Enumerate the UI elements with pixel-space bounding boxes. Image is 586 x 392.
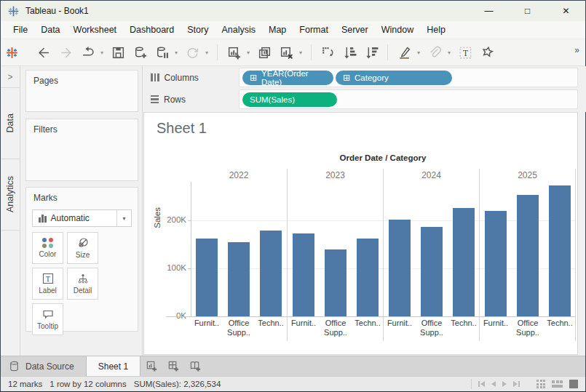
bar-2023-furniture[interactable] bbox=[293, 233, 314, 316]
category-tick-label[interactable]: OfficeSupp.. bbox=[416, 319, 448, 337]
first-page-icon[interactable] bbox=[478, 381, 485, 387]
menu-data[interactable]: Data bbox=[34, 21, 66, 39]
bar-2022-office-supplies[interactable] bbox=[228, 242, 250, 316]
sheet-title[interactable]: Sheet 1 bbox=[157, 120, 207, 137]
presentation-pin-icon[interactable] bbox=[478, 42, 496, 63]
previous-page-icon[interactable] bbox=[491, 381, 496, 387]
highlight-caret-icon[interactable]: ▾ bbox=[415, 49, 422, 56]
menu-window[interactable]: Window bbox=[375, 21, 420, 39]
category-tick-label[interactable]: Furnit.. bbox=[288, 319, 320, 328]
filmstrip-view-icon[interactable] bbox=[552, 380, 563, 388]
undo-icon[interactable] bbox=[34, 42, 53, 63]
bar-2024-technology[interactable] bbox=[453, 208, 475, 316]
clear-sheet-icon[interactable] bbox=[277, 42, 296, 63]
highlight-icon[interactable] bbox=[395, 42, 413, 63]
new-data-source-icon[interactable] bbox=[130, 42, 149, 63]
menu-worksheet[interactable]: Worksheet bbox=[67, 21, 124, 39]
pages-shelf[interactable]: Pages bbox=[25, 70, 138, 112]
close-icon[interactable]: ✕ bbox=[547, 1, 585, 21]
clear-sheet-caret-icon[interactable]: ▾ bbox=[297, 49, 304, 56]
filters-shelf[interactable]: Filters bbox=[25, 119, 138, 181]
pill-category[interactable]: ⊞ Category bbox=[336, 71, 452, 85]
category-tick-label[interactable]: OfficeSupp.. bbox=[320, 319, 352, 337]
category-tick-label[interactable]: Techn.. bbox=[352, 319, 384, 328]
sheet-sorter-icon[interactable] bbox=[536, 380, 545, 388]
label-button[interactable]: T Label bbox=[32, 268, 63, 300]
bar-2022-technology[interactable] bbox=[260, 231, 282, 316]
duplicate-sheet-icon[interactable] bbox=[255, 42, 274, 63]
next-page-icon[interactable] bbox=[502, 381, 507, 387]
new-dashboard-tab-icon[interactable] bbox=[162, 356, 184, 376]
show-mark-labels-icon[interactable]: T bbox=[456, 42, 475, 63]
new-worksheet-caret-icon[interactable]: ▾ bbox=[245, 49, 252, 56]
menu-file[interactable]: File bbox=[7, 21, 34, 39]
tab-data-source[interactable]: Data Source bbox=[1, 356, 86, 376]
category-tick-label[interactable]: Furnit.. bbox=[480, 319, 512, 328]
year-header-label[interactable]: 2025 bbox=[480, 170, 575, 180]
tooltip-button[interactable]: Tooltip bbox=[32, 303, 63, 335]
category-tick-label[interactable]: OfficeSupp.. bbox=[512, 319, 544, 337]
minimize-icon[interactable]: — bbox=[470, 1, 508, 21]
category-tick-label[interactable]: Furnit.. bbox=[384, 319, 416, 328]
category-tick-label[interactable]: Techn.. bbox=[255, 319, 287, 328]
new-story-tab-icon[interactable] bbox=[184, 356, 206, 376]
rows-shelf[interactable]: SUM(Sales) bbox=[239, 89, 578, 109]
bar-2023-office-supplies[interactable] bbox=[325, 249, 347, 316]
menu-story[interactable]: Story bbox=[181, 21, 215, 39]
show-tabs-icon[interactable] bbox=[569, 380, 578, 388]
bar-2025-office-supplies[interactable] bbox=[517, 195, 539, 316]
sort-descending-icon[interactable] bbox=[362, 42, 381, 63]
maximize-icon[interactable]: □ bbox=[508, 1, 547, 21]
new-worksheet-tab-icon[interactable] bbox=[140, 356, 162, 376]
redo-icon[interactable] bbox=[56, 42, 75, 63]
swap-rows-columns-icon[interactable] bbox=[318, 42, 337, 63]
bar-2025-technology[interactable] bbox=[549, 185, 571, 316]
save-icon[interactable] bbox=[108, 42, 127, 63]
category-tick-label[interactable]: Techn.. bbox=[544, 319, 576, 328]
expand-plus-icon[interactable]: ⊞ bbox=[343, 73, 350, 83]
pause-caret-icon[interactable]: ▾ bbox=[173, 49, 180, 56]
category-tick-label[interactable]: OfficeSupp.. bbox=[223, 319, 255, 337]
tab-analytics[interactable]: Analytics bbox=[1, 159, 20, 231]
expand-plus-icon[interactable]: ⊞ bbox=[250, 73, 257, 83]
new-worksheet-icon[interactable] bbox=[224, 42, 243, 63]
bar-chart-icon bbox=[39, 215, 47, 223]
category-tick-label[interactable]: Techn.. bbox=[448, 319, 480, 328]
toolbar-overflow-icon[interactable]: » bbox=[574, 45, 579, 55]
last-page-icon[interactable] bbox=[513, 381, 520, 387]
replay-icon[interactable] bbox=[78, 42, 97, 63]
menu-map[interactable]: Map bbox=[262, 21, 293, 39]
size-button[interactable]: Size bbox=[67, 232, 98, 264]
menu-server[interactable]: Server bbox=[335, 21, 375, 39]
color-button[interactable]: Color bbox=[32, 232, 63, 264]
tableau-toolbar-logo-icon[interactable] bbox=[2, 42, 21, 63]
columns-shelf[interactable]: ⊞ YEAR(Order Date) ⊞ Category bbox=[239, 68, 578, 87]
chevron-down-icon[interactable]: ▾ bbox=[116, 210, 131, 226]
bar-2022-furniture[interactable] bbox=[196, 239, 218, 316]
status-marks-count: 12 marks bbox=[8, 380, 42, 388]
menu-dashboard[interactable]: Dashboard bbox=[123, 21, 181, 39]
category-tick-label[interactable]: Furnit.. bbox=[191, 319, 223, 328]
replay-caret-icon[interactable]: ▾ bbox=[98, 49, 106, 56]
refresh-icon[interactable] bbox=[183, 42, 202, 63]
bar-2023-technology[interactable] bbox=[357, 239, 379, 316]
mark-type-dropdown[interactable]: Automatic ▾ bbox=[32, 209, 132, 227]
collapse-pane-chevron-icon[interactable]: > bbox=[1, 66, 20, 88]
tab-sheet1[interactable]: Sheet 1 bbox=[86, 356, 140, 376]
column-field-header[interactable]: Order Date / Category bbox=[191, 153, 575, 162]
bar-2024-office-supplies[interactable] bbox=[421, 227, 443, 316]
sort-ascending-icon[interactable] bbox=[340, 42, 359, 63]
year-header-label[interactable]: 2023 bbox=[288, 170, 383, 180]
pause-auto-updates-icon[interactable] bbox=[152, 42, 171, 63]
year-header-label[interactable]: 2024 bbox=[384, 170, 479, 180]
menu-format[interactable]: Format bbox=[293, 21, 335, 39]
bar-2025-furniture[interactable] bbox=[485, 211, 507, 316]
pill-year-order-date[interactable]: ⊞ YEAR(Order Date) bbox=[242, 71, 333, 85]
bar-2024-furniture[interactable] bbox=[389, 220, 411, 316]
detail-button[interactable]: Detail bbox=[67, 268, 98, 300]
menu-help[interactable]: Help bbox=[420, 21, 452, 39]
pill-sum-sales[interactable]: SUM(Sales) bbox=[242, 92, 337, 107]
tab-data[interactable]: Data bbox=[1, 88, 20, 159]
year-header-label[interactable]: 2022 bbox=[191, 170, 287, 180]
menu-analysis[interactable]: Analysis bbox=[215, 21, 262, 39]
